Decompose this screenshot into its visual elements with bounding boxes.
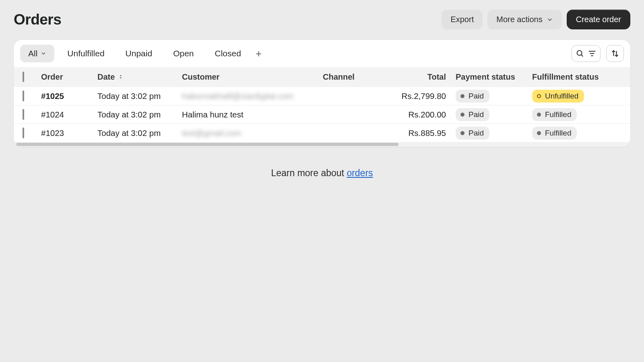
status-dot-icon xyxy=(460,94,464,98)
fulfillment-status-label: Unfulfilled xyxy=(545,92,578,101)
page-title: Orders xyxy=(14,11,61,28)
order-id[interactable]: #1023 xyxy=(41,128,97,138)
order-total: Rs.200.00 xyxy=(391,110,456,119)
table-tools xyxy=(572,45,624,62)
status-dot-icon xyxy=(537,131,541,135)
tab-label: Unfulfilled xyxy=(67,49,104,58)
add-tab-button[interactable]: + xyxy=(249,46,268,61)
sort-arrows-icon xyxy=(611,49,619,58)
table-row[interactable]: #1024Today at 3:02 pmHalima hunz testRs.… xyxy=(14,105,630,123)
tab-closed[interactable]: Closed xyxy=(207,45,249,62)
learn-more-text: Learn more about orders xyxy=(0,168,644,179)
payment-status-badge: Paid xyxy=(456,127,489,140)
order-customer: Halima hunz test xyxy=(182,110,323,119)
orders-help-link[interactable]: orders xyxy=(347,168,373,178)
col-header-total[interactable]: Total xyxy=(391,72,456,82)
payment-status-badge: Paid xyxy=(456,90,489,103)
page-header: Orders Export More actions Create order xyxy=(0,0,644,36)
payment-status-label: Paid xyxy=(469,110,484,119)
chevron-down-icon xyxy=(41,51,46,56)
payment-status-badge: Paid xyxy=(456,108,489,121)
col-header-order[interactable]: Order xyxy=(41,72,97,82)
search-icon xyxy=(576,49,584,58)
table-header-row: Order Date Customer Channel Total Paymen… xyxy=(14,67,630,86)
col-header-customer[interactable]: Customer xyxy=(182,72,323,82)
order-id[interactable]: #1024 xyxy=(41,110,97,119)
order-customer: test@gmail.com xyxy=(182,128,323,138)
status-dot-icon xyxy=(460,113,464,117)
filter-lines-icon xyxy=(588,49,597,58)
status-dot-icon xyxy=(460,131,464,135)
payment-status-label: Paid xyxy=(469,129,484,138)
fulfillment-status-badge: Unfulfilled xyxy=(532,90,584,103)
sort-indicator-icon xyxy=(118,74,124,80)
order-customer: haleemakhalil@siardigital.com xyxy=(182,91,323,101)
learn-more-prefix: Learn more about xyxy=(271,168,347,178)
export-button[interactable]: Export xyxy=(442,10,483,29)
more-actions-button[interactable]: More actions xyxy=(487,10,562,29)
order-total: Rs.2,799.80 xyxy=(391,91,456,101)
order-total: Rs.885.95 xyxy=(391,128,456,138)
status-dot-icon xyxy=(537,113,541,117)
col-header-channel[interactable]: Channel xyxy=(323,72,391,82)
tab-open[interactable]: Open xyxy=(165,45,202,62)
tab-label: Closed xyxy=(215,49,241,58)
col-header-date[interactable]: Date xyxy=(97,72,182,82)
create-order-button[interactable]: Create order xyxy=(567,10,630,29)
fulfillment-status-badge: Fulfilled xyxy=(532,108,577,121)
scrollbar-thumb[interactable] xyxy=(16,143,398,146)
order-date: Today at 3:02 pm xyxy=(97,91,182,101)
col-header-payment[interactable]: Payment status xyxy=(456,72,532,82)
orders-table: Order Date Customer Channel Total Paymen… xyxy=(14,67,630,142)
tabs-bar: AllUnfulfilledUnpaidOpenClosed + xyxy=(14,40,630,67)
order-date: Today at 3:02 pm xyxy=(97,128,182,138)
row-checkbox[interactable] xyxy=(23,90,24,101)
tab-unfulfilled[interactable]: Unfulfilled xyxy=(59,45,112,62)
payment-status-label: Paid xyxy=(469,92,484,101)
tab-label: Unpaid xyxy=(126,49,153,58)
order-id[interactable]: #1025 xyxy=(41,91,97,101)
header-actions: Export More actions Create order xyxy=(442,10,630,29)
horizontal-scrollbar[interactable] xyxy=(14,142,630,147)
svg-line-1 xyxy=(581,55,583,56)
sort-button[interactable] xyxy=(606,45,624,62)
chevron-down-icon xyxy=(547,16,553,23)
more-actions-label: More actions xyxy=(496,15,543,24)
fulfillment-status-label: Fulfilled xyxy=(545,129,571,138)
table-row[interactable]: #1025Today at 3:02 pmhaleemakhalil@siard… xyxy=(14,86,630,105)
status-ring-icon xyxy=(537,94,541,98)
col-header-date-label: Date xyxy=(97,72,115,82)
row-checkbox[interactable] xyxy=(23,109,24,120)
orders-card: AllUnfulfilledUnpaidOpenClosed + Order D… xyxy=(14,40,630,147)
fulfillment-status-badge: Fulfilled xyxy=(532,127,577,140)
tab-unpaid[interactable]: Unpaid xyxy=(118,45,161,62)
table-row[interactable]: #1023Today at 3:02 pmtest@gmail.comRs.88… xyxy=(14,123,630,142)
tab-label: All xyxy=(28,49,37,58)
fulfillment-status-label: Fulfilled xyxy=(545,110,571,119)
row-checkbox[interactable] xyxy=(23,128,24,138)
select-all-checkbox[interactable] xyxy=(23,72,24,82)
svg-point-0 xyxy=(577,51,582,56)
tab-label: Open xyxy=(173,49,194,58)
search-filter-button[interactable] xyxy=(572,45,601,62)
col-header-fulfillment[interactable]: Fulfillment status xyxy=(532,72,613,82)
order-date: Today at 3:02 pm xyxy=(97,110,182,119)
tab-all[interactable]: All xyxy=(20,45,54,62)
